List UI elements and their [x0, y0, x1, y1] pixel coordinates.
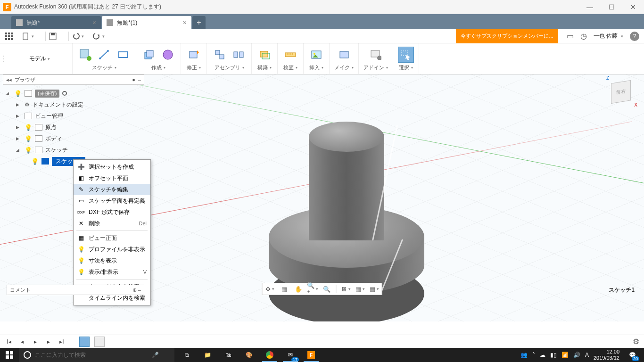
measure-button[interactable]	[282, 47, 298, 63]
microsoft-store-button[interactable]: 🛍	[219, 348, 238, 362]
job-status-icon[interactable]: ◷	[580, 32, 587, 41]
help-icon[interactable]: ?	[630, 32, 639, 41]
tree-root[interactable]: ◢💡 (未保存)	[3, 88, 144, 99]
ctx-toggle-visibility[interactable]: 💡表示/非表示V	[74, 266, 150, 278]
battery-icon[interactable]: ▮▯	[550, 352, 557, 358]
panel-label[interactable]: アセンブリ	[215, 64, 244, 71]
close-button[interactable]: ✕	[622, 0, 644, 14]
minimize-button[interactable]: —	[579, 0, 601, 14]
start-button[interactable]	[0, 348, 19, 362]
tree-item-views[interactable]: ▶ビュー管理	[3, 110, 144, 122]
workspace-switcher[interactable]: モデル	[7, 43, 73, 74]
document-tab-active[interactable]: 無題*(1) ×	[102, 16, 191, 29]
mic-icon[interactable]: 🎤	[152, 352, 159, 358]
scripts-button[interactable]	[368, 47, 384, 63]
file-menu-button[interactable]	[22, 32, 34, 41]
collapse-icon[interactable]: ◂◂	[6, 77, 12, 83]
select-tool-button[interactable]	[398, 47, 414, 63]
bulb-off-icon[interactable]: 💡	[25, 124, 32, 131]
viewport-3d[interactable]: Z 前 右 X ◂◂ ブラウザ ● – ◢💡 (未保存) ▶⚙ドキュメントの設定…	[0, 74, 644, 321]
tray-expand-icon[interactable]: ˄	[532, 352, 535, 358]
create-sketch-button[interactable]	[77, 47, 93, 63]
task-view-button[interactable]: ⧉	[177, 348, 196, 362]
fusion360-taskbar-button[interactable]: F	[302, 348, 321, 362]
ctx-look-at[interactable]: ▦ビュー正面	[74, 232, 150, 244]
people-icon[interactable]: 👥	[520, 352, 528, 358]
3d-print-button[interactable]	[336, 47, 352, 63]
onedrive-icon[interactable]: ☁	[540, 352, 545, 358]
timeline-play-button[interactable]: ▸	[31, 337, 40, 346]
ctx-hide-profiles[interactable]: 💡プロファイルを非表示	[74, 244, 150, 255]
panel-label[interactable]: メイク	[334, 64, 354, 71]
tab-close-icon[interactable]: ×	[92, 19, 96, 26]
timeline-end-button[interactable]: ▸I	[58, 337, 66, 346]
timeline-forward-button[interactable]: ▸	[44, 337, 53, 346]
panel-label[interactable]: 挿入	[309, 64, 323, 71]
taskbar-search[interactable]: 🎤	[19, 348, 174, 362]
timeline-back-button[interactable]: ◂	[18, 337, 26, 346]
user-account-menu[interactable]: 一也 佐藤	[594, 32, 623, 40]
panel-label[interactable]: スケッチ	[92, 64, 116, 71]
mail-button[interactable]: ✉17	[281, 348, 300, 362]
timeline-start-button[interactable]: I◂	[5, 337, 13, 346]
ctx-show-dimensions[interactable]: 💡寸法を表示	[74, 255, 150, 266]
ctx-delete[interactable]: ✕削除Del	[74, 218, 150, 229]
bulb-on-icon[interactable]: 💡	[25, 135, 32, 142]
tree-item-docsettings[interactable]: ▶⚙ドキュメントの設定	[3, 99, 144, 110]
bulb-on-icon[interactable]: 💡	[25, 147, 32, 154]
file-explorer-button[interactable]: 📁	[198, 348, 217, 362]
ribbon-grip[interactable]: ⋮	[0, 43, 7, 74]
revolve-button[interactable]	[160, 47, 176, 63]
ime-icon[interactable]: A	[585, 352, 589, 358]
pin-icon[interactable]: ●	[132, 77, 135, 82]
apps-grid-button[interactable]	[5, 32, 13, 41]
browser-header[interactable]: ◂◂ ブラウザ ● –	[3, 74, 144, 85]
ctx-edit-sketch[interactable]: ✎スケッチを編集	[74, 184, 150, 195]
bulb-on-icon[interactable]: 💡	[31, 158, 39, 165]
comment-bar[interactable]: コメント ⊕ –	[7, 285, 144, 295]
subscription-promo-button[interactable]: 今すぐサブスクリプションメンバーに...	[456, 29, 558, 43]
line-tool-button[interactable]	[96, 47, 112, 63]
insert-decal-button[interactable]	[308, 47, 324, 63]
timeline-settings-icon[interactable]: ⚙	[633, 337, 639, 346]
timeline-feature-sketch[interactable]	[79, 337, 90, 347]
new-tab-button[interactable]: +	[192, 16, 206, 29]
rectangle-tool-button[interactable]	[115, 47, 131, 63]
new-component-button[interactable]	[212, 47, 228, 63]
ctx-save-as-dxf[interactable]: DXFDXF 形式で保存	[74, 206, 150, 218]
extrude-button[interactable]	[141, 47, 157, 63]
wifi-icon[interactable]: 📶	[561, 352, 569, 358]
close-panel-icon[interactable]: –	[138, 77, 141, 82]
ctx-create-selection-set[interactable]: ➕選択セットを作成	[74, 161, 150, 173]
action-center-button[interactable]: 💬20	[624, 348, 640, 362]
pan-button[interactable]: ✋	[294, 284, 303, 294]
viewport-layout-button[interactable]: ▦	[370, 284, 379, 294]
activate-radio-icon[interactable]	[62, 91, 67, 96]
add-comment-icon[interactable]: ⊕ –	[132, 287, 141, 293]
orbit-button[interactable]: ✥	[265, 284, 275, 294]
fit-button[interactable]: 🔍	[322, 284, 331, 294]
maximize-button[interactable]: ☐	[601, 0, 622, 14]
panel-label[interactable]: 検査	[283, 64, 297, 71]
timeline-feature-extrude[interactable]	[94, 337, 105, 347]
panel-label[interactable]: 選択	[399, 64, 413, 71]
paint-button[interactable]: 🎨	[239, 348, 258, 362]
display-settings-button[interactable]: 🖥	[341, 284, 351, 294]
panel-label[interactable]: 作成	[151, 64, 165, 71]
ctx-redefine-sketch-plane[interactable]: ▭スケッチ平面を再定義	[74, 195, 150, 206]
chrome-button[interactable]	[260, 348, 279, 362]
save-button[interactable]	[49, 32, 57, 41]
undo-button[interactable]	[72, 32, 84, 41]
document-tab[interactable]: 無題* ×	[11, 16, 101, 29]
ctx-offset-plane[interactable]: ◧オフセット平面	[74, 173, 150, 184]
panel-label[interactable]: アドイン	[363, 64, 388, 71]
joint-button[interactable]	[231, 47, 247, 63]
volume-icon[interactable]: 🔊	[573, 352, 580, 358]
extensions-icon[interactable]: ▭	[567, 32, 574, 41]
viewcube-face-front[interactable]: 前 右	[611, 80, 631, 104]
grid-settings-button[interactable]: ▦	[355, 284, 365, 294]
search-input[interactable]	[35, 352, 148, 358]
tab-close-icon[interactable]: ×	[183, 19, 187, 26]
clock[interactable]: 12:00 2019/03/12	[594, 349, 619, 361]
tree-item-bodies[interactable]: ▶💡ボディ	[3, 133, 144, 144]
